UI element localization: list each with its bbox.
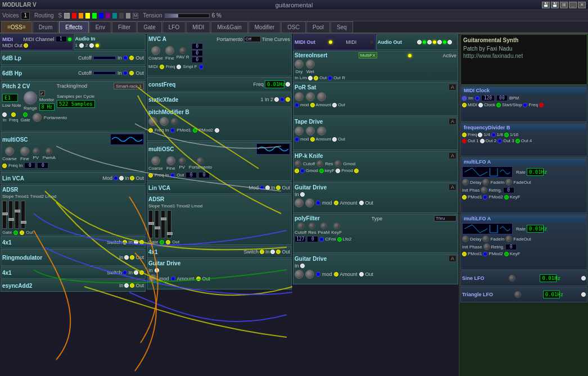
multi-osc-right-port-knob[interactable] [197,157,203,164]
adsr-left-out-port[interactable] [20,230,24,235]
multi-osc-left-coarse-knob[interactable] [5,147,14,156]
sixdb-hp-slider[interactable] [93,71,116,75]
pitch-mod-b-knob1[interactable] [148,117,157,126]
por-sat-knob1[interactable] [295,92,304,101]
stereo-insert-in-port[interactable] [308,76,313,80]
freq-divider-b-freq-port[interactable] [462,133,467,137]
multi-osc-left-pv-knob[interactable] [33,148,39,155]
tape-drive-mod-port[interactable] [295,137,299,142]
tab-drum[interactable]: Drum [33,21,58,33]
por-sat-knob2[interactable] [306,92,315,101]
pitch-cv-portamento-knob[interactable] [33,113,42,122]
hp-knife-in-port[interactable] [295,169,299,173]
tab-modifier[interactable]: Modifier [248,21,281,33]
four-x1-right-in-port[interactable] [270,250,275,254]
tape-drive-knob2[interactable] [306,126,315,135]
adsr-right-s-slider[interactable] [161,210,165,238]
mvc-a-freq-port[interactable] [177,65,181,69]
four-x1-left-out-port[interactable] [139,240,144,244]
tape-drive-amount-port[interactable] [310,137,315,142]
tab-env[interactable]: Env [89,21,111,33]
tab-mix-gain[interactable]: Mix&Gain [211,21,247,33]
por-sat-amount-port[interactable] [310,103,315,107]
multi-lfo-a-bottom-delay-knob[interactable] [462,235,469,242]
triangle-lfo-out-port[interactable] [581,292,586,297]
guitar-drive-top-in-port[interactable] [300,192,305,197]
four-x1-left-switch-port[interactable] [123,240,127,244]
multi-osc-right-freq-port[interactable] [148,173,153,178]
guitar-drive-bm-knob1[interactable] [148,274,157,283]
guitar-drive-bottom-in-port[interactable] [300,264,305,268]
pitch-cv-in-port[interactable] [2,112,7,117]
multi-osc-left-fine-knob[interactable] [20,147,29,156]
four-x1-right-out-port[interactable] [276,250,281,254]
swatch-purple[interactable] [106,13,110,19]
por-sat-mod-port[interactable] [295,103,299,107]
poly-filter-lfo2-port[interactable] [337,237,342,242]
swatch-dark[interactable] [119,13,124,19]
triangle-lfo-knob[interactable] [514,291,521,298]
sixdb-hp-out-port[interactable] [129,71,134,75]
por-sat-out-port[interactable] [332,103,337,107]
multi-osc-left-pwma-knob[interactable] [46,148,52,155]
lin-vca-left-in-port[interactable] [119,176,124,180]
multi-lfo-a-top-keyf-port[interactable] [504,195,509,200]
hp-knife-keyf-port[interactable] [319,169,324,173]
close-button[interactable]: ✕ [578,2,586,8]
pitch-mod-b-freq-out-port[interactable] [215,128,219,133]
four-x1-lb-in-port[interactable] [134,270,138,275]
swatch-green[interactable] [92,13,97,19]
adsr-left-d-slider[interactable] [8,201,13,229]
multi-lfo-a-top-pmod1-port[interactable] [462,195,467,200]
midi-clock-start-port[interactable] [496,103,501,107]
audio-out-port-3[interactable] [437,40,442,44]
freq-divider-b-out3-port[interactable] [504,133,509,137]
tab-pool[interactable]: Pool [306,21,330,33]
guitar-drive-bm-out-port[interactable] [196,277,201,281]
midi-clock-freq-port[interactable] [523,103,527,107]
guitar-drive-top-mod-port[interactable] [316,201,320,205]
swatch-gray[interactable] [126,13,130,19]
esync-add2-in-port[interactable] [124,283,129,288]
stereo-insert-multi-fx-tag[interactable]: MultiFX [359,52,377,58]
tension-bar[interactable] [165,13,210,18]
multi-lfo-a-bottom-fadein-knob[interactable] [482,235,489,242]
hp-knife-pmod-port[interactable] [336,169,340,173]
swatch-yellow[interactable] [85,13,90,19]
four-x1-left-in-port[interactable] [134,240,138,244]
freq-divider-b-out6-port[interactable] [497,139,502,143]
pitch-mod-b-knob3[interactable] [171,118,178,125]
const-freq-out-port[interactable] [286,82,290,87]
static-xfade-in2-port[interactable] [280,97,284,102]
static-xfade-in1-port[interactable] [274,97,279,102]
multi-lfo-a-top-fadein-knob[interactable] [482,179,489,185]
tab-lfo[interactable]: LFO [162,21,186,33]
lin-vca-left-mod-port[interactable] [114,176,118,180]
minimize-button[interactable]: _ [569,2,577,8]
esync-add2-out-port[interactable] [130,283,134,288]
multi-osc-right-coarse-knob[interactable] [151,156,160,165]
freq-divider-b-out2-port[interactable] [491,133,496,137]
swatch-cyan[interactable] [112,13,117,19]
freq-divider-b-out4-port[interactable] [462,139,467,143]
sixdb-lp-in-port[interactable] [123,56,128,60]
por-sat-knob3[interactable] [317,92,326,101]
stereo-insert-out-r-port[interactable] [328,76,332,80]
lin-vca-right-mod-port[interactable] [260,185,264,190]
hp-knife-res-knob[interactable] [316,160,323,167]
hp-knife-res2-port[interactable] [300,169,305,173]
mvc-a-portamento-dropdown[interactable]: Off [244,36,261,42]
tab-oss[interactable]: =OSS= [1,21,32,33]
mvc-a-pav-r-knob[interactable] [179,47,186,54]
stereo-insert-dry-knob[interactable] [295,60,304,69]
sixdb-lp-slider[interactable] [93,56,116,60]
audio-out-port-1[interactable] [417,40,422,44]
midi-clock-bpm-fine[interactable]: 00 [496,95,508,101]
midi-clock-midi-port[interactable] [462,103,467,107]
poly-filter-keyf-knob[interactable] [333,223,340,229]
lin-vca-left-out-port[interactable] [130,176,134,180]
multi-lfo-a-top-fadeout-knob[interactable] [505,179,512,185]
tape-drive-knob3[interactable] [317,126,326,135]
four-x1-right-switch-port[interactable] [260,250,264,254]
tab-effects[interactable]: Effects [59,21,88,33]
